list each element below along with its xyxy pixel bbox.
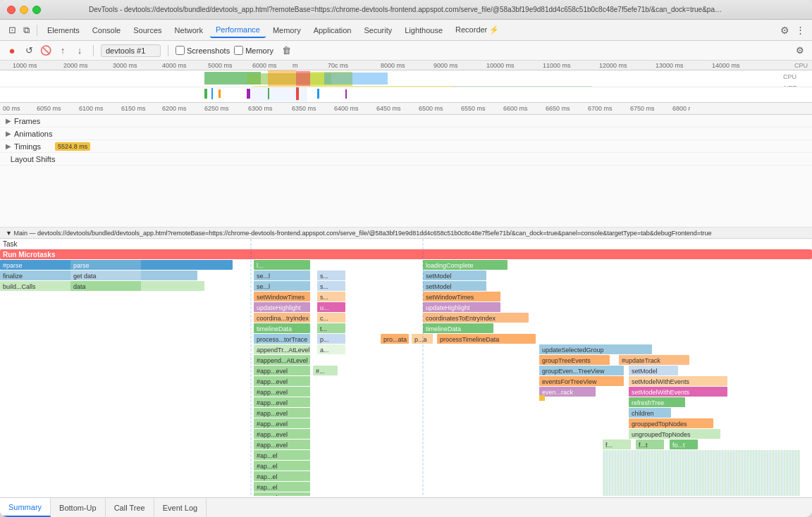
- separator2: [93, 45, 94, 56]
- svg-text:updateHighlight: updateHighlight: [257, 304, 301, 311]
- svg-text:process...torTrace: process...torTrace: [257, 336, 307, 343]
- overview-timeline: 1000 ms 2000 ms 3000 ms 4000 ms 5000 ms …: [0, 61, 812, 103]
- settings-icon[interactable]: ⚙: [780, 25, 789, 36]
- svg-text:groupEven...TreeView: groupEven...TreeView: [542, 368, 605, 375]
- svg-text:fo...t: fo...t: [672, 442, 685, 449]
- svg-rect-21: [0, 239, 812, 249]
- device-icon[interactable]: ⧉: [20, 24, 32, 37]
- net-chart: [0, 87, 812, 101]
- svg-text:#app...evel: #app...evel: [257, 389, 288, 396]
- group-animations[interactable]: ▶ Animations: [0, 127, 812, 140]
- tab-memory[interactable]: Memory: [267, 23, 307, 37]
- settings-perf-icon[interactable]: ⚙: [794, 44, 806, 57]
- svg-text:setModel: setModel: [632, 368, 658, 375]
- call-tree-label: Call Tree: [114, 504, 145, 512]
- flamechart-groups: ▶ Frames ▶ Animations ▶ Timings 5524.8 m…: [0, 115, 812, 228]
- minimize-button[interactable]: [20, 6, 28, 14]
- svg-text:setWindowTimes: setWindowTimes: [426, 294, 474, 301]
- tab-elements[interactable]: Elements: [42, 23, 85, 37]
- record-button[interactable]: ●: [6, 44, 18, 57]
- tab-call-tree[interactable]: Call Tree: [106, 498, 154, 517]
- device-selector[interactable]: devtools #1: [101, 44, 161, 57]
- svg-text:loadingComplete: loadingComplete: [426, 262, 474, 269]
- svg-text:get data: get data: [73, 273, 97, 280]
- tab-security[interactable]: Security: [358, 23, 398, 37]
- devtools-window: DevTools - devtools://devtools/bundled/d…: [0, 0, 812, 517]
- svg-text:Run Microtasks: Run Microtasks: [3, 251, 56, 258]
- group-frames[interactable]: ▶ Frames: [0, 115, 812, 127]
- status-bar: Summary Bottom-Up Call Tree Event Log: [0, 497, 812, 517]
- tab-event-log[interactable]: Event Log: [154, 498, 207, 517]
- svg-text:#ap...el: #ap...el: [257, 484, 278, 491]
- svg-rect-119: [539, 395, 545, 401]
- svg-rect-6: [324, 73, 388, 85]
- svg-text:setModel: setModel: [426, 273, 452, 280]
- svg-text:s...: s...: [320, 283, 328, 290]
- svg-text:setModel: setModel: [426, 283, 452, 290]
- svg-text:appendTr...AtLevel: appendTr...AtLevel: [257, 347, 309, 354]
- svg-rect-15: [247, 89, 250, 99]
- svg-text:u...: u...: [320, 304, 329, 311]
- separator3: [168, 45, 168, 56]
- tab-lighthouse[interactable]: Lighthouse: [399, 23, 448, 37]
- download-button[interactable]: ↓: [73, 44, 86, 57]
- close-button[interactable]: [7, 6, 16, 14]
- svg-text:timelineData: timelineData: [257, 325, 292, 332]
- tab-console[interactable]: Console: [87, 23, 126, 37]
- titlebar: DevTools - devtools://devtools/bundled/d…: [0, 0, 812, 20]
- maximize-button[interactable]: [32, 6, 41, 14]
- timing-value: 5524.8 ms: [55, 142, 90, 151]
- svg-rect-4: [268, 70, 296, 86]
- screenshots-checkbox-label: Screenshots: [176, 46, 230, 55]
- trash-icon[interactable]: 🗑: [281, 44, 293, 57]
- svg-rect-12: [204, 89, 207, 99]
- svg-rect-13: [211, 88, 213, 99]
- svg-text:#app...evel: #app...evel: [257, 421, 288, 428]
- refresh-button[interactable]: ↺: [23, 44, 35, 57]
- svg-rect-5: [296, 71, 310, 86]
- tab-recorder[interactable]: Recorder ⚡: [450, 23, 505, 37]
- svg-text:#ap...el: #ap...el: [257, 494, 278, 496]
- memory-checkbox[interactable]: [234, 46, 243, 55]
- svg-rect-11: [0, 87, 812, 101]
- svg-text:s...: s...: [320, 273, 328, 280]
- inspect-icon[interactable]: ⊡: [6, 24, 18, 37]
- screenshots-checkbox[interactable]: [176, 46, 185, 55]
- tab-network[interactable]: Network: [169, 23, 209, 37]
- svg-text:build...Calls: build...Calls: [3, 283, 36, 290]
- svg-text:Task: Task: [3, 240, 18, 248]
- more-icon[interactable]: ⋮: [794, 24, 806, 37]
- svg-text:#updateTrack: #updateTrack: [622, 357, 660, 364]
- svg-text:updateSelectedGroup: updateSelectedGroup: [542, 347, 604, 354]
- upload-button[interactable]: ↑: [56, 44, 69, 57]
- tab-application[interactable]: Application: [308, 23, 357, 37]
- svg-rect-23: [0, 249, 812, 259]
- svg-text:pro...ata: pro...ata: [383, 336, 407, 343]
- svg-rect-14: [219, 89, 221, 98]
- svg-rect-0: [0, 70, 812, 87]
- tab-performance[interactable]: Performance: [210, 23, 266, 38]
- svg-text:coordina...tryIndex: coordina...tryIndex: [257, 315, 309, 322]
- top-time-ruler: 1000 ms 2000 ms 3000 ms 4000 ms 5000 ms …: [0, 61, 812, 70]
- clear-button[interactable]: 🚫: [39, 44, 52, 57]
- svg-text:finalize: finalize: [3, 273, 23, 280]
- svg-text:c...: c...: [320, 315, 328, 322]
- group-timings[interactable]: ▶ Timings 5524.8 ms: [0, 140, 812, 153]
- svg-text:se...l: se...l: [257, 273, 270, 280]
- tab-sources[interactable]: Sources: [128, 23, 167, 37]
- flamechart-svg: Task Run Microtasks #parse parse l... lo…: [0, 239, 812, 496]
- group-layout-shifts[interactable]: Layout Shifts: [0, 153, 812, 166]
- expand-timings-icon: ▶: [6, 142, 11, 150]
- svg-text:#parse: #parse: [3, 262, 23, 269]
- main-time-ruler: 00 ms 6050 ms 6100 ms 6150 ms 6200 ms 62…: [0, 103, 812, 115]
- svg-text:#app...evel: #app...evel: [257, 399, 288, 406]
- svg-text:grouppedTopNodes: grouppedTopNodes: [632, 421, 687, 428]
- tab-bottom-up[interactable]: Bottom-Up: [51, 498, 106, 517]
- flame-canvas[interactable]: Task Run Microtasks #parse parse l... lo…: [0, 239, 812, 496]
- summary-label: Summary: [8, 503, 42, 511]
- frames-label: Frames: [14, 117, 40, 125]
- svg-text:setModelWithEvents: setModelWithEvents: [632, 378, 690, 385]
- svg-text:NET: NET: [784, 85, 797, 87]
- main-header: ▼ Main — devtools://devtools/bundled/dev…: [0, 228, 812, 239]
- tab-summary[interactable]: Summary: [0, 498, 51, 517]
